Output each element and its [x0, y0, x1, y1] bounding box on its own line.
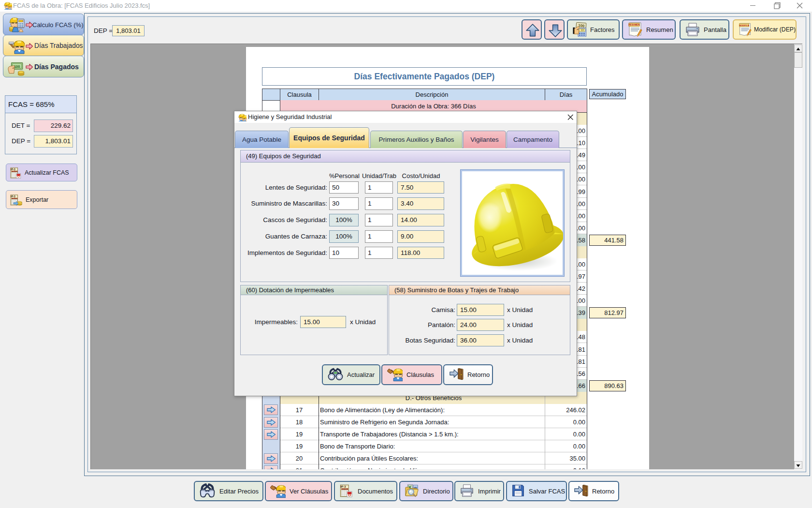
svg-text:IP-3: IP-3: [11, 195, 15, 198]
svg-text:13: 13: [581, 29, 584, 31]
svg-text:100: 100: [14, 64, 20, 69]
svg-text:IP-3: IP-3: [340, 485, 346, 488]
svg-text:RESUMEN: RESUMEN: [629, 24, 640, 26]
svg-text:IP-3: IP-3: [11, 168, 15, 171]
svg-text:MODIFICA: MODIFICA: [739, 24, 749, 27]
